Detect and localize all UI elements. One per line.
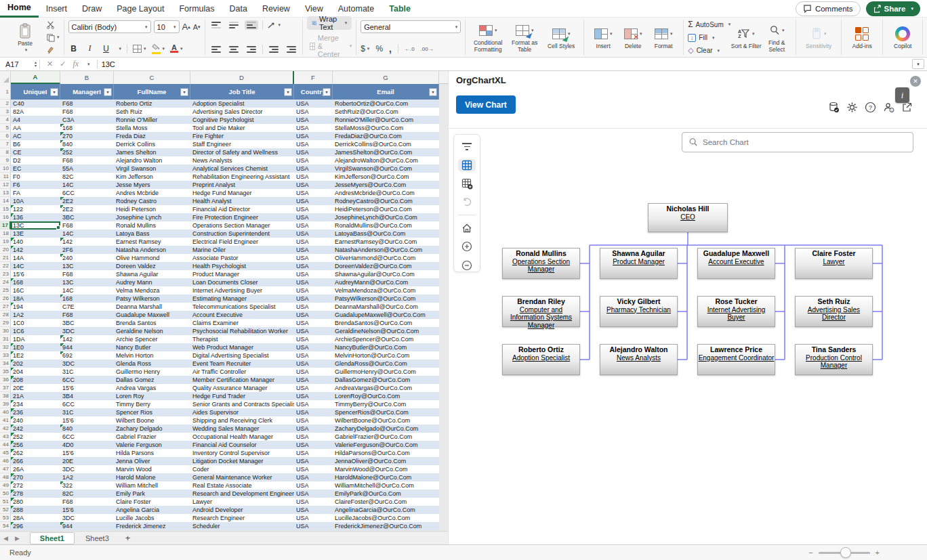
cell-D44[interactable]: Financial Aid Counselor <box>190 441 294 449</box>
decrease-decimal-icon[interactable]: .00→ <box>421 46 434 52</box>
ribbon-tab-formulas[interactable]: Formulas <box>171 0 222 18</box>
number-format-select[interactable]: General▾ <box>360 20 461 33</box>
cell-B50[interactable]: 82C <box>60 490 114 498</box>
cell-D43[interactable]: Occupational Health Manager <box>190 433 294 441</box>
ribbon-tab-draw[interactable]: Draw <box>75 0 109 18</box>
cell-F9[interactable]: USA <box>294 156 333 165</box>
cell-F31[interactable]: USA <box>294 335 333 343</box>
cell-A11[interactable]: F0 <box>11 173 60 181</box>
cell-D13[interactable]: Hedge Fund Manager <box>190 189 294 197</box>
cell-A14[interactable]: 10A <box>11 197 60 205</box>
cell-A40[interactable]: 236 <box>11 408 60 416</box>
cell-G46[interactable]: JennaOliver@OurCo.Com <box>333 457 439 465</box>
cell-A8[interactable]: CE <box>11 148 60 156</box>
cell-C42[interactable]: Zachary Delgado <box>114 425 190 433</box>
cell-B49[interactable]: 322 <box>60 481 114 490</box>
cell-F41[interactable]: USA <box>294 416 333 425</box>
cell-G31[interactable]: ArchieSpencer@OurCo.Com <box>333 335 439 343</box>
align-bottom-icon[interactable] <box>245 20 258 30</box>
cell-B44[interactable]: 4D0 <box>60 441 114 449</box>
cell-A5[interactable]: AA <box>11 124 60 132</box>
ribbon-tab-data[interactable]: Data <box>222 0 254 18</box>
cell-G41[interactable]: WilbertBoone@OurCo.Com <box>333 416 439 425</box>
cell-B48[interactable]: 1A2 <box>60 473 114 481</box>
row-header-12[interactable]: 12 <box>0 181 11 189</box>
cell-D21[interactable]: Associate Pastor <box>190 254 294 262</box>
cell-G28[interactable]: GuadalupeMaxwell@OurCo.Com <box>333 311 439 319</box>
cell-C53[interactable]: Lucille Jacobs <box>114 514 190 522</box>
cell-A43[interactable]: 252 <box>11 433 60 441</box>
cell-F32[interactable]: USA <box>294 343 333 351</box>
cell-D54[interactable]: Scheduler <box>190 522 294 530</box>
cell-G5[interactable]: StellaMoss@OurCo.Com <box>333 124 439 132</box>
cell-D34[interactable]: Event Team Recruiter <box>190 360 294 368</box>
cell-D27[interactable]: Telecommunications Specialist <box>190 303 294 311</box>
cell-F16[interactable]: USA <box>294 213 333 221</box>
italic-button[interactable]: I <box>85 43 96 53</box>
cell-A21[interactable]: 14A <box>11 254 60 262</box>
cell-A9[interactable]: D2 <box>11 156 60 165</box>
cell-A52[interactable]: 288 <box>11 506 60 514</box>
cell-G36[interactable]: DallasGomez@OurCo.Com <box>333 376 439 384</box>
row-header-52[interactable]: 52 <box>0 506 11 514</box>
cell-F38[interactable]: USA <box>294 392 333 400</box>
cell-C34[interactable]: Glenda Ross <box>114 360 190 368</box>
cell-D10[interactable]: Analytical Services Chemist <box>190 165 294 173</box>
cell-C27[interactable]: Deanna Marshall <box>114 303 190 311</box>
row-header-8[interactable]: 8 <box>0 148 11 156</box>
cell-G16[interactable]: JosephineLynch@OurCo.Com <box>333 213 439 221</box>
cell-A24[interactable]: 168 <box>11 278 60 286</box>
row-header-53[interactable]: 53 <box>0 514 11 522</box>
cell-F22[interactable]: USA <box>294 262 333 270</box>
cell-B21[interactable]: 240 <box>60 254 114 262</box>
cell-B5[interactable]: 168 <box>60 124 114 132</box>
cell-A53[interactable]: 28A <box>11 514 60 522</box>
row-header-3[interactable]: 3 <box>0 108 11 116</box>
cell-A7[interactable]: B6 <box>11 140 60 148</box>
cell-F10[interactable]: USA <box>294 165 333 173</box>
row-header-38[interactable]: 38 <box>0 392 11 400</box>
ribbon-tab-table[interactable]: Table <box>382 0 418 18</box>
cell-F51[interactable]: USA <box>294 498 333 506</box>
cell-A6[interactable]: AC <box>11 132 60 140</box>
cell-D14[interactable]: Health Analyst <box>190 197 294 205</box>
org-node-roberto-ortiz[interactable]: Roberto OrtizAdoption Specialist <box>502 344 580 375</box>
cell-C11[interactable]: Kim Jefferson <box>114 173 190 181</box>
row-header-2[interactable]: 2 <box>0 100 11 108</box>
cell-G43[interactable]: GabrielFrazier@OurCo.Com <box>333 433 439 441</box>
row-header-36[interactable]: 36 <box>0 376 11 384</box>
cell-C12[interactable]: Jesse Myers <box>114 181 190 189</box>
sheet-nav-left-icon[interactable]: ◀ <box>0 535 12 542</box>
cell-C39[interactable]: Timmy Berry <box>114 400 190 408</box>
cell-styles-button[interactable]: ▾ Cell Styles <box>543 24 579 50</box>
row-header-24[interactable]: 24 <box>0 278 11 286</box>
cell-G38[interactable]: LorenRoy@OurCo.Com <box>333 392 439 400</box>
cell-A29[interactable]: 1C0 <box>11 319 60 327</box>
cell-D26[interactable]: Estimating Manager <box>190 295 294 303</box>
cell-G50[interactable]: EmilyPark@OurCo.Com <box>333 490 439 498</box>
cell-F34[interactable]: USA <box>294 360 333 368</box>
zoom-out-icon[interactable]: − <box>808 548 812 557</box>
row-header-17[interactable]: 17 <box>0 221 11 230</box>
cell-G15[interactable]: HeidiPeterson@OurCo.Com <box>333 205 439 213</box>
cell-A18[interactable]: 13E <box>11 230 60 238</box>
cell-C17[interactable]: Ronald Mullins <box>114 221 190 230</box>
cell-B20[interactable]: 2F6 <box>60 246 114 254</box>
row-header-51[interactable]: 51 <box>0 498 11 506</box>
cell-F5[interactable]: USA <box>294 124 333 132</box>
wrap-text-button[interactable]: Wrap Text▾ <box>307 16 352 30</box>
comments-button[interactable]: Comments <box>796 1 861 16</box>
row-header-4[interactable]: 4 <box>0 116 11 124</box>
cell-F28[interactable]: USA <box>294 311 333 319</box>
cell-G9[interactable]: AlejandroWalton@OurCo.Com <box>333 156 439 165</box>
cell-F7[interactable]: USA <box>294 140 333 148</box>
cell-B32[interactable]: 944 <box>60 343 114 351</box>
cell-D18[interactable]: Construction Superintendent <box>190 230 294 238</box>
cell-A51[interactable]: 280 <box>11 498 60 506</box>
zoom-in-icon[interactable]: + <box>876 548 880 557</box>
cell-C2[interactable]: Roberto Ortiz <box>114 100 190 108</box>
cell-F43[interactable]: USA <box>294 433 333 441</box>
cell-D40[interactable]: Aides Supervisor <box>190 408 294 416</box>
cell-F17[interactable]: USA <box>294 221 333 230</box>
cell-D50[interactable]: Research and Development Engineer <box>190 490 294 498</box>
